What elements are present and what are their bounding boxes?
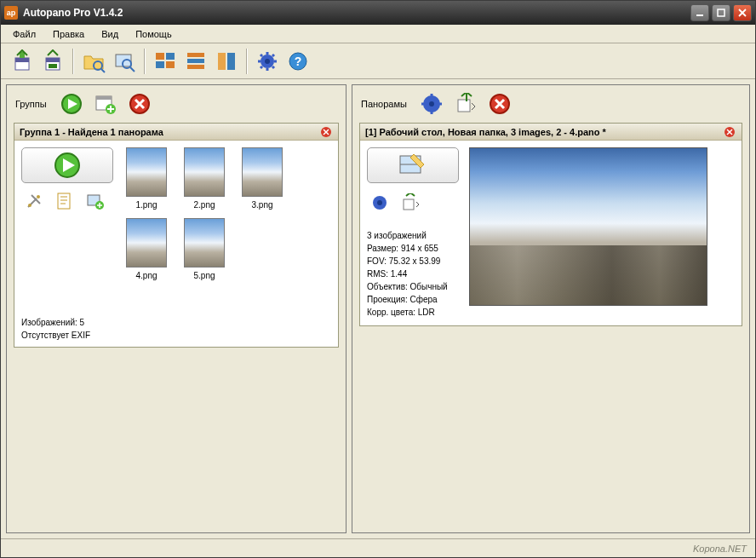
menu-file[interactable]: Файл xyxy=(6,27,43,41)
statusbar: Kopona.NET xyxy=(1,538,755,557)
close-button[interactable] xyxy=(733,4,752,21)
thumbnail[interactable]: 1.png xyxy=(122,147,171,210)
group-close-button[interactable] xyxy=(319,125,333,139)
svg-rect-11 xyxy=(166,53,175,60)
new-group-button[interactable] xyxy=(93,91,118,117)
thumbnail[interactable]: 2.png xyxy=(180,147,229,210)
layout-columns-button[interactable] xyxy=(212,47,241,76)
search-images-button[interactable] xyxy=(110,47,139,76)
svg-rect-1 xyxy=(718,9,724,16)
close-all-groups-button[interactable] xyxy=(127,91,152,117)
svg-point-42 xyxy=(377,200,382,205)
panoramas-label: Панорамы xyxy=(361,99,407,109)
thumbnail-image xyxy=(126,147,167,197)
info-color: Корр. цвета: LDR xyxy=(367,306,461,319)
groups-label: Группы xyxy=(15,99,47,109)
layout-grid-button[interactable] xyxy=(151,47,180,76)
panorama-card: [1] Рабочий стол, Новая папка, 3 images,… xyxy=(359,123,742,326)
detect-all-button[interactable] xyxy=(59,91,84,117)
svg-rect-15 xyxy=(187,59,204,63)
settings-button[interactable] xyxy=(253,47,282,76)
toolbar-separator xyxy=(246,49,248,74)
close-all-panoramas-button[interactable] xyxy=(487,91,513,117)
thumbnail[interactable]: 4.png xyxy=(122,218,171,280)
thumbnail-label: 1.png xyxy=(135,200,157,210)
svg-rect-14 xyxy=(187,53,204,57)
menu-view[interactable]: Вид xyxy=(94,27,125,41)
svg-rect-12 xyxy=(156,61,164,68)
group-properties-button[interactable] xyxy=(52,188,77,214)
thumbnail-image xyxy=(126,218,167,267)
svg-rect-16 xyxy=(187,65,204,69)
svg-point-30 xyxy=(28,204,32,207)
panorama-close-button[interactable] xyxy=(723,125,736,139)
info-images: 3 изображений xyxy=(367,229,461,242)
add-images-button[interactable] xyxy=(83,188,108,214)
groups-pane: Группы Группа 1 - Найдена 1 панорама xyxy=(6,84,346,533)
svg-rect-3 xyxy=(15,58,29,62)
image-count-text: Изображений: 5 xyxy=(21,316,331,329)
render-all-button[interactable] xyxy=(419,91,444,117)
open-folder-button[interactable] xyxy=(79,47,108,76)
group-tools xyxy=(21,147,115,304)
thumbnail[interactable]: 3.png xyxy=(238,147,287,210)
panorama-card-header: [1] Рабочий стол, Новая папка, 3 images,… xyxy=(360,124,742,141)
menu-help[interactable]: Помощь xyxy=(129,27,179,41)
toolbar-separator xyxy=(144,49,146,74)
panorama-card-body: 3 изображений Размер: 914 x 655 FOV: 75.… xyxy=(360,141,742,325)
svg-rect-25 xyxy=(96,96,112,100)
toolbar: ? xyxy=(1,43,755,79)
panorama-info: 3 изображений Размер: 914 x 655 FOV: 75.… xyxy=(367,229,461,319)
svg-rect-13 xyxy=(166,61,175,68)
app-window: ap Autopano Pro V1.4.2 Файл Правка Вид П… xyxy=(0,0,756,558)
panorama-preview-image[interactable] xyxy=(469,147,707,306)
export-panorama-button[interactable] xyxy=(398,190,423,216)
help-button[interactable]: ? xyxy=(284,47,312,76)
group-card-title: Группа 1 - Найдена 1 панорама xyxy=(20,127,163,137)
group-card-body: 1.png 2.png 3.png 4.png 5.png xyxy=(14,141,338,311)
group-card: Группа 1 - Найдена 1 панорама xyxy=(14,123,339,348)
thumbnail-label: 3.png xyxy=(251,200,272,210)
thumbnail-label: 4.png xyxy=(135,271,157,280)
save-template-button[interactable] xyxy=(38,47,67,76)
group-settings-button[interactable] xyxy=(21,188,47,214)
svg-point-36 xyxy=(429,101,434,106)
svg-text:?: ? xyxy=(295,55,302,68)
layout-rows-button[interactable] xyxy=(181,47,210,76)
svg-rect-32 xyxy=(58,193,70,209)
thumbnail-image xyxy=(184,218,225,267)
maximize-button[interactable] xyxy=(712,4,730,21)
minimize-button[interactable] xyxy=(690,4,709,21)
toolbar-separator xyxy=(72,49,74,74)
svg-rect-43 xyxy=(404,199,414,210)
menu-edit[interactable]: Правка xyxy=(46,27,91,41)
svg-rect-37 xyxy=(458,100,470,112)
watermark-text: Kopona.NET xyxy=(693,544,747,554)
panorama-card-title: [1] Рабочий стол, Новая папка, 3 images,… xyxy=(365,127,606,137)
thumbnails-grid: 1.png 2.png 3.png 4.png 5.png xyxy=(122,147,331,304)
panoramas-pane-header: Панорамы xyxy=(352,85,749,123)
export-all-button[interactable] xyxy=(453,91,478,117)
window-title: Autopano Pro V1.4.2 xyxy=(23,7,690,19)
detect-group-button[interactable] xyxy=(21,147,113,183)
edit-panorama-button[interactable] xyxy=(367,147,459,183)
thumbnail[interactable]: 5.png xyxy=(180,218,229,280)
svg-point-31 xyxy=(37,195,40,198)
info-projection: Проекция: Сфера xyxy=(367,293,461,306)
svg-rect-5 xyxy=(46,58,60,62)
save-project-button[interactable] xyxy=(8,47,37,76)
thumbnail-label: 2.png xyxy=(193,200,215,210)
svg-rect-0 xyxy=(696,14,703,16)
svg-rect-17 xyxy=(218,53,226,70)
svg-point-20 xyxy=(265,59,270,64)
panorama-preview xyxy=(469,147,735,319)
panoramas-pane: Панорамы [1] Рабочий стол, Новая папка, … xyxy=(352,84,750,533)
panorama-tools: 3 изображений Размер: 914 x 655 FOV: 75.… xyxy=(367,147,461,319)
info-size: Размер: 914 x 655 xyxy=(367,242,461,255)
thumbnail-label: 5.png xyxy=(193,271,215,280)
svg-rect-10 xyxy=(156,53,164,60)
render-panorama-button[interactable] xyxy=(367,190,392,216)
window-controls xyxy=(690,4,752,21)
svg-rect-18 xyxy=(227,53,235,70)
info-fov: FOV: 75.32 x 53.99 xyxy=(367,255,461,267)
